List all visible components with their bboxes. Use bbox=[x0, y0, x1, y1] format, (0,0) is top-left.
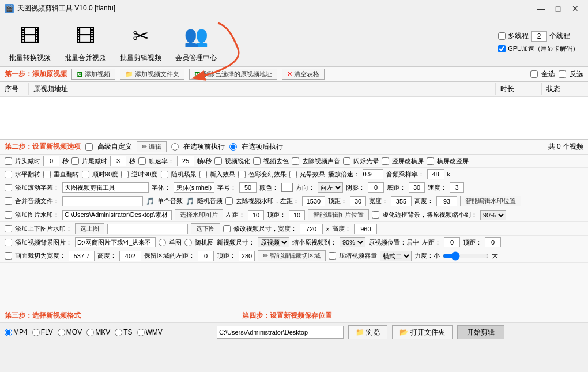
browse-button[interactable]: 📁 浏览 bbox=[348, 325, 387, 339]
compress-checkbox[interactable] bbox=[329, 252, 336, 260]
top-img-path-input[interactable] bbox=[107, 224, 188, 234]
left-val-input[interactable] bbox=[444, 237, 460, 247]
playback-speed-input[interactable] bbox=[363, 169, 383, 179]
edit-button[interactable]: ✏ 编辑 bbox=[137, 141, 167, 152]
rotate90-checkbox[interactable] bbox=[82, 171, 89, 178]
new-size-select[interactable]: 原视频 bbox=[258, 237, 289, 247]
top-dist-input[interactable] bbox=[485, 237, 501, 247]
fmt-flv-radio[interactable] bbox=[32, 329, 40, 336]
speed-input[interactable] bbox=[450, 182, 464, 193]
bg-img-checkbox[interactable] bbox=[5, 239, 12, 246]
deselect-all-checkbox[interactable] bbox=[559, 70, 566, 78]
watermark-left-input[interactable] bbox=[302, 196, 325, 206]
light-effect-checkbox[interactable] bbox=[289, 171, 297, 178]
resize-height-input[interactable] bbox=[354, 224, 377, 234]
new-effect-checkbox[interactable] bbox=[199, 171, 207, 178]
delete-selected-button[interactable]: 🖼 删除已选择的原视频地址 bbox=[189, 69, 277, 80]
color-effect-checkbox[interactable] bbox=[238, 171, 246, 178]
toolbar-item-member[interactable]: 👥 会员管理中心 bbox=[175, 21, 217, 63]
select-watermark-button[interactable]: 选择水印图片 bbox=[175, 209, 223, 220]
audio-sample-input[interactable] bbox=[427, 169, 444, 179]
close-button[interactable]: ✕ bbox=[567, 2, 583, 15]
subtitle-checkbox[interactable] bbox=[5, 184, 12, 191]
img-top-input[interactable] bbox=[289, 210, 305, 220]
image-watermark-checkbox[interactable] bbox=[5, 211, 12, 219]
direction-select[interactable]: 向左 向右 bbox=[318, 182, 343, 193]
toolbar-item-batch-convert[interactable]: 🎞 批量转换视频 bbox=[9, 21, 51, 63]
compress-mode-select[interactable]: 模式二 模式一 bbox=[380, 251, 412, 261]
toolbar-item-batch-clip[interactable]: ✂ 批量剪辑视频 bbox=[120, 21, 161, 63]
horizontal-screen-checkbox[interactable] bbox=[427, 157, 434, 165]
advanced-checkbox[interactable] bbox=[85, 143, 93, 151]
thread-count-input[interactable] bbox=[531, 31, 547, 42]
crop-width-input[interactable] bbox=[69, 251, 95, 261]
cut-tail-input[interactable] bbox=[110, 156, 126, 166]
fmt-ts-radio[interactable] bbox=[115, 329, 122, 336]
merge-audio-checkbox[interactable] bbox=[5, 197, 12, 205]
cut-head-input[interactable] bbox=[43, 156, 59, 166]
virtual-border-select[interactable]: 90% 80% bbox=[480, 210, 506, 220]
keep-left-input[interactable] bbox=[198, 251, 214, 261]
img-left-input[interactable] bbox=[248, 210, 264, 220]
scale-select[interactable]: 90% 80% bbox=[340, 237, 365, 247]
rotate-neg90-checkbox[interactable] bbox=[121, 171, 129, 178]
vertical-screen-checkbox[interactable] bbox=[382, 157, 389, 165]
shadow-input[interactable] bbox=[368, 182, 384, 193]
bottom-input[interactable] bbox=[409, 182, 425, 193]
smart-crop-button[interactable]: ✏ 智能编辑裁切区域 bbox=[258, 250, 326, 261]
add-video-button[interactable]: 🖼 添加视频 bbox=[71, 69, 115, 80]
add-folder-button[interactable]: 📁 添加视频文件夹 bbox=[120, 69, 184, 80]
watermark-height-input[interactable] bbox=[436, 196, 457, 206]
cut-head-checkbox[interactable] bbox=[5, 157, 12, 165]
toolbar-item-batch-merge[interactable]: 🎞 批量合并视频 bbox=[65, 21, 106, 63]
image-path-input[interactable] bbox=[62, 210, 172, 220]
subtitle-text-input[interactable] bbox=[62, 182, 149, 193]
smart-edit-watermark-button[interactable]: 智能编辑水印位置 bbox=[460, 196, 521, 206]
select-bottom-button[interactable]: 选下图 bbox=[191, 223, 220, 234]
keep-top-input[interactable] bbox=[239, 251, 255, 261]
multithread-checkbox[interactable] bbox=[498, 32, 506, 40]
single-img-radio[interactable] bbox=[159, 239, 166, 246]
virtual-border-checkbox[interactable] bbox=[372, 211, 379, 219]
compress-force-slider[interactable] bbox=[443, 251, 489, 261]
fmt-mp4-radio[interactable] bbox=[5, 329, 12, 336]
audio-file-input[interactable] bbox=[62, 196, 143, 206]
random-scene-checkbox[interactable] bbox=[161, 171, 168, 178]
v-flip-checkbox[interactable] bbox=[43, 171, 51, 178]
fmt-mov-radio[interactable] bbox=[58, 329, 65, 336]
watermark-top-input[interactable] bbox=[350, 196, 366, 206]
cut-tail-checkbox[interactable] bbox=[71, 157, 79, 165]
after-option-radio[interactable] bbox=[229, 143, 237, 151]
open-folder-button[interactable]: 📂 打开文件夹 bbox=[392, 325, 452, 339]
select-top-button[interactable]: 选上图 bbox=[75, 223, 104, 234]
fmt-wmv-radio[interactable] bbox=[137, 329, 145, 336]
flash-checkbox[interactable] bbox=[343, 157, 350, 165]
resize-width-input[interactable] bbox=[300, 224, 323, 234]
font-size-input[interactable] bbox=[239, 182, 257, 193]
clear-table-button[interactable]: ✕ 清空表格 bbox=[282, 69, 325, 80]
top-bottom-img-checkbox[interactable] bbox=[5, 225, 12, 232]
h-flip-checkbox[interactable] bbox=[5, 171, 12, 178]
framerate-checkbox[interactable] bbox=[138, 157, 146, 165]
random-img-radio[interactable] bbox=[184, 239, 192, 246]
bg-img-path-input[interactable] bbox=[75, 237, 156, 247]
remove-watermark-checkbox[interactable] bbox=[225, 197, 233, 205]
remove-audio-checkbox[interactable] bbox=[292, 157, 299, 165]
resize-checkbox[interactable] bbox=[223, 225, 231, 232]
color-box[interactable] bbox=[281, 183, 293, 192]
framerate-input[interactable] bbox=[177, 156, 194, 166]
watermark-width-input[interactable] bbox=[391, 196, 412, 206]
start-button[interactable]: 开始剪辑 bbox=[457, 325, 504, 339]
save-path-input[interactable] bbox=[217, 326, 344, 339]
before-option-radio[interactable] bbox=[171, 143, 179, 151]
crop-checkbox[interactable] bbox=[5, 252, 12, 260]
decolor-checkbox[interactable] bbox=[253, 157, 261, 165]
minimize-button[interactable]: — bbox=[533, 2, 549, 15]
smart-edit-img-button[interactable]: 智能编辑图片位置 bbox=[308, 209, 369, 220]
settings-scroll[interactable]: 片头减时 秒 片尾减时 秒 帧速率： 帧/秒 视频锐化 视频去色 去除视频声音 … bbox=[0, 155, 588, 309]
crop-height-input[interactable] bbox=[119, 251, 141, 261]
gpu-checkbox[interactable] bbox=[498, 45, 506, 52]
fmt-mkv-radio[interactable] bbox=[86, 329, 94, 336]
select-all-checkbox[interactable] bbox=[530, 70, 538, 78]
sharpen-checkbox[interactable] bbox=[214, 157, 222, 165]
